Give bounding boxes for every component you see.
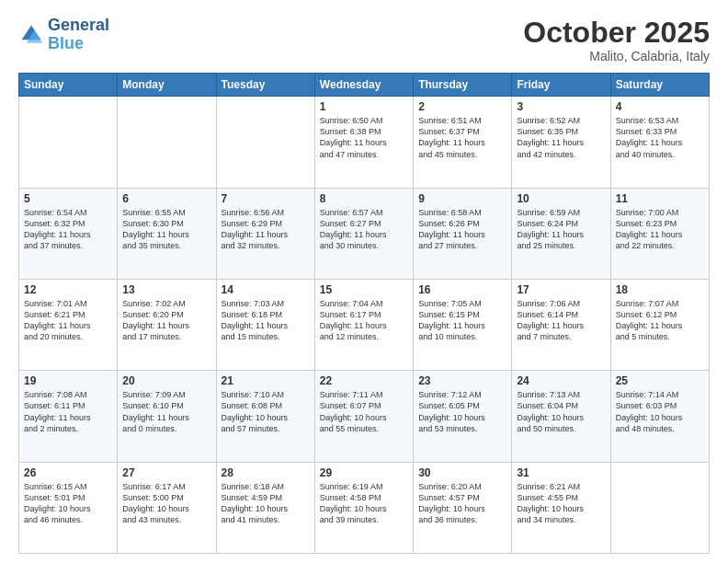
weekday-header: Monday [118,74,216,97]
calendar-cell: 10Sunrise: 6:59 AM Sunset: 6:24 PM Dayli… [512,188,610,279]
calendar-cell: 5Sunrise: 6:54 AM Sunset: 6:32 PM Daylig… [19,188,118,279]
calendar-cell: 12Sunrise: 7:01 AM Sunset: 6:21 PM Dayli… [19,279,118,370]
location: Malito, Calabria, Italy [523,49,710,63]
day-info: Sunrise: 6:55 AM Sunset: 6:30 PM Dayligh… [122,207,210,252]
calendar-cell [19,97,118,188]
day-number: 1 [320,100,408,113]
day-info: Sunrise: 7:10 AM Sunset: 6:08 PM Dayligh… [222,389,310,434]
calendar-week-row: 19Sunrise: 7:08 AM Sunset: 6:11 PM Dayli… [19,371,710,462]
day-number: 11 [616,192,704,205]
day-number: 12 [24,283,112,296]
day-number: 31 [517,466,605,479]
day-number: 29 [320,466,408,479]
calendar-cell: 27Sunrise: 6:17 AM Sunset: 5:00 PM Dayli… [118,462,216,553]
day-number: 18 [616,283,704,296]
header: GeneralBlue October 2025 Malito, Calabri… [18,17,710,63]
weekday-header: Friday [512,74,610,97]
weekday-header: Saturday [610,74,709,97]
day-number: 8 [320,192,408,205]
calendar-cell: 9Sunrise: 6:58 AM Sunset: 6:26 PM Daylig… [414,188,512,279]
calendar-cell [216,97,314,188]
calendar-cell: 3Sunrise: 6:52 AM Sunset: 6:35 PM Daylig… [512,97,610,188]
calendar-week-row: 26Sunrise: 6:15 AM Sunset: 5:01 PM Dayli… [19,462,710,553]
calendar-cell: 6Sunrise: 6:55 AM Sunset: 6:30 PM Daylig… [118,188,216,279]
calendar-week-row: 5Sunrise: 6:54 AM Sunset: 6:32 PM Daylig… [19,188,710,279]
day-number: 26 [24,466,112,479]
logo-text: GeneralBlue [48,17,109,53]
day-info: Sunrise: 6:15 AM Sunset: 5:01 PM Dayligh… [24,481,112,526]
day-info: Sunrise: 6:59 AM Sunset: 6:24 PM Dayligh… [517,207,605,252]
day-info: Sunrise: 7:08 AM Sunset: 6:11 PM Dayligh… [24,389,112,434]
day-number: 2 [418,100,506,113]
logo: GeneralBlue [18,17,109,53]
calendar-cell: 4Sunrise: 6:53 AM Sunset: 6:33 PM Daylig… [610,97,709,188]
day-info: Sunrise: 7:13 AM Sunset: 6:04 PM Dayligh… [517,389,605,434]
day-number: 28 [222,466,310,479]
calendar: SundayMondayTuesdayWednesdayThursdayFrid… [18,73,710,554]
day-number: 22 [320,374,408,387]
day-info: Sunrise: 7:01 AM Sunset: 6:21 PM Dayligh… [24,298,112,343]
weekday-header: Wednesday [314,74,413,97]
day-info: Sunrise: 6:56 AM Sunset: 6:29 PM Dayligh… [222,207,310,252]
calendar-cell: 13Sunrise: 7:02 AM Sunset: 6:20 PM Dayli… [118,279,216,370]
day-number: 27 [122,466,210,479]
calendar-cell: 7Sunrise: 6:56 AM Sunset: 6:29 PM Daylig… [216,188,314,279]
day-info: Sunrise: 7:12 AM Sunset: 6:05 PM Dayligh… [418,389,506,434]
calendar-cell: 14Sunrise: 7:03 AM Sunset: 6:18 PM Dayli… [216,279,314,370]
day-info: Sunrise: 6:57 AM Sunset: 6:27 PM Dayligh… [320,207,408,252]
day-number: 5 [24,192,112,205]
day-info: Sunrise: 7:14 AM Sunset: 6:03 PM Dayligh… [616,389,704,434]
day-info: Sunrise: 7:09 AM Sunset: 6:10 PM Dayligh… [122,389,210,434]
calendar-cell [118,97,216,188]
calendar-cell: 26Sunrise: 6:15 AM Sunset: 5:01 PM Dayli… [19,462,118,553]
day-number: 16 [418,283,506,296]
day-number: 17 [517,283,605,296]
day-number: 20 [122,374,210,387]
day-number: 3 [517,100,605,113]
calendar-cell: 23Sunrise: 7:12 AM Sunset: 6:05 PM Dayli… [414,371,512,462]
day-number: 24 [517,374,605,387]
weekday-header: Tuesday [216,74,314,97]
day-info: Sunrise: 6:58 AM Sunset: 6:26 PM Dayligh… [418,207,506,252]
calendar-cell: 25Sunrise: 7:14 AM Sunset: 6:03 PM Dayli… [610,371,709,462]
day-info: Sunrise: 7:03 AM Sunset: 6:18 PM Dayligh… [222,298,310,343]
day-info: Sunrise: 7:05 AM Sunset: 6:15 PM Dayligh… [418,298,506,343]
calendar-cell: 28Sunrise: 6:18 AM Sunset: 4:59 PM Dayli… [216,462,314,553]
calendar-week-row: 1Sunrise: 6:50 AM Sunset: 6:38 PM Daylig… [19,97,710,188]
calendar-cell: 22Sunrise: 7:11 AM Sunset: 6:07 PM Dayli… [314,371,413,462]
calendar-cell: 24Sunrise: 7:13 AM Sunset: 6:04 PM Dayli… [512,371,610,462]
weekday-header: Thursday [414,74,512,97]
day-info: Sunrise: 7:11 AM Sunset: 6:07 PM Dayligh… [320,389,408,434]
day-info: Sunrise: 6:50 AM Sunset: 6:38 PM Dayligh… [320,115,408,160]
day-info: Sunrise: 7:00 AM Sunset: 6:23 PM Dayligh… [616,207,704,252]
calendar-cell [610,462,709,553]
day-number: 10 [517,192,605,205]
day-info: Sunrise: 6:18 AM Sunset: 4:59 PM Dayligh… [222,481,310,526]
day-info: Sunrise: 6:20 AM Sunset: 4:57 PM Dayligh… [418,481,506,526]
day-number: 25 [616,374,704,387]
day-number: 6 [122,192,210,205]
calendar-cell: 20Sunrise: 7:09 AM Sunset: 6:10 PM Dayli… [118,371,216,462]
day-info: Sunrise: 7:06 AM Sunset: 6:14 PM Dayligh… [517,298,605,343]
day-number: 15 [320,283,408,296]
day-info: Sunrise: 7:04 AM Sunset: 6:17 PM Dayligh… [320,298,408,343]
day-info: Sunrise: 6:19 AM Sunset: 4:58 PM Dayligh… [320,481,408,526]
day-info: Sunrise: 6:53 AM Sunset: 6:33 PM Dayligh… [616,115,704,160]
calendar-cell: 19Sunrise: 7:08 AM Sunset: 6:11 PM Dayli… [19,371,118,462]
day-number: 21 [222,374,310,387]
month-title: October 2025 [523,17,710,49]
day-info: Sunrise: 7:07 AM Sunset: 6:12 PM Dayligh… [616,298,704,343]
calendar-cell: 8Sunrise: 6:57 AM Sunset: 6:27 PM Daylig… [314,188,413,279]
day-number: 4 [616,100,704,113]
calendar-cell: 29Sunrise: 6:19 AM Sunset: 4:58 PM Dayli… [314,462,413,553]
day-info: Sunrise: 7:02 AM Sunset: 6:20 PM Dayligh… [122,298,210,343]
day-info: Sunrise: 6:17 AM Sunset: 5:00 PM Dayligh… [122,481,210,526]
calendar-cell: 16Sunrise: 7:05 AM Sunset: 6:15 PM Dayli… [414,279,512,370]
day-number: 23 [418,374,506,387]
calendar-cell: 21Sunrise: 7:10 AM Sunset: 6:08 PM Dayli… [216,371,314,462]
page: GeneralBlue October 2025 Malito, Calabri… [0,0,728,563]
day-info: Sunrise: 6:51 AM Sunset: 6:37 PM Dayligh… [418,115,506,160]
day-info: Sunrise: 6:52 AM Sunset: 6:35 PM Dayligh… [517,115,605,160]
day-number: 9 [418,192,506,205]
title-block: October 2025 Malito, Calabria, Italy [523,17,710,63]
